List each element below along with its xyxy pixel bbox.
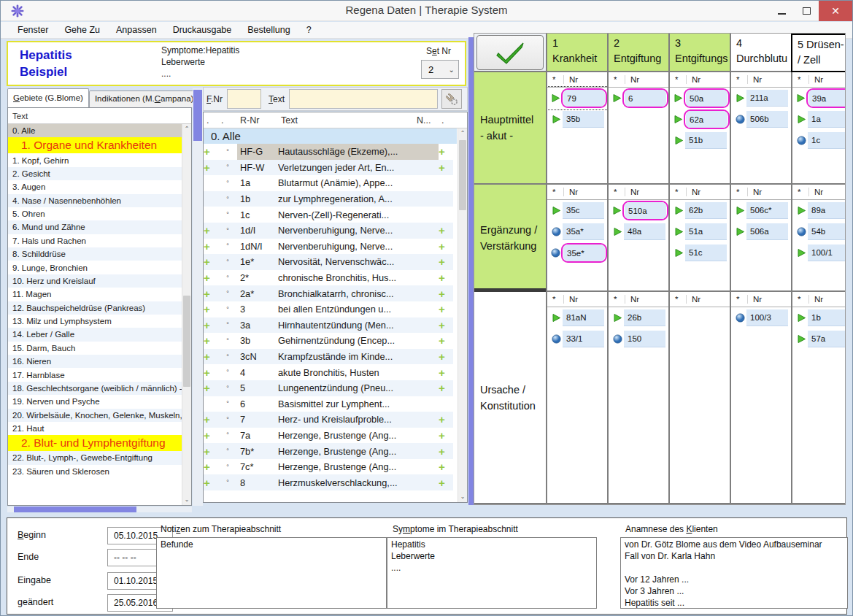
scrollbar-thumb[interactable] bbox=[183, 296, 190, 387]
scroll-up-icon[interactable]: ⌃ bbox=[458, 128, 467, 139]
grid-cell[interactable]: *Nr26b150 bbox=[607, 292, 668, 504]
list-item[interactable]: 20. Wirbelsäule, Knochen, Gelenke, Muske… bbox=[8, 409, 182, 422]
add-icon[interactable]: + bbox=[439, 320, 445, 331]
grid-cell[interactable]: *Nr62b51a51c bbox=[668, 185, 730, 292]
add-icon[interactable]: + bbox=[439, 446, 445, 457]
tab-gebiete[interactable]: Gebiete (G.Blome) bbox=[7, 88, 89, 107]
add-icon[interactable]: + bbox=[439, 241, 445, 252]
add-icon[interactable]: + bbox=[204, 477, 210, 488]
scrollbar-thumb[interactable] bbox=[14, 507, 136, 512]
text-filter-input[interactable] bbox=[289, 89, 438, 109]
scroll-up-icon[interactable]: ⌃ bbox=[182, 124, 191, 134]
remedy-scrollbar[interactable]: ⌃ ⌄ bbox=[458, 128, 467, 502]
symptoms-textarea[interactable]: Hepatitis Leberwerte .... bbox=[387, 537, 597, 609]
tab-indikationen[interactable]: Indikationen (M.Campana) bbox=[89, 91, 200, 107]
list-item[interactable]: 13. Milz und Lymphsystem bbox=[8, 315, 182, 328]
table-row[interactable]: +°2*chronische Bronchitis, Hus...+ bbox=[204, 270, 457, 286]
list-item[interactable]: 15. Darm, Bauch bbox=[8, 342, 182, 355]
areas-hscrollbar[interactable] bbox=[7, 507, 192, 512]
remedy-entry[interactable]: 50a bbox=[670, 88, 730, 109]
remedy-entry[interactable]: 51b bbox=[670, 130, 730, 151]
remedy-entry[interactable]: 39a bbox=[792, 88, 846, 109]
add-icon[interactable]: + bbox=[439, 351, 445, 362]
list-item[interactable]: 2. Gesicht bbox=[8, 167, 182, 180]
list-item[interactable]: 22. Blut-, Lymph-, Gewebe-Entgiftung bbox=[8, 451, 182, 464]
remedy-entry[interactable]: 1b bbox=[792, 307, 846, 328]
add-icon[interactable]: + bbox=[439, 162, 445, 173]
list-item[interactable]: 12. Bauchspeicheldrüse (Pankreas) bbox=[8, 301, 182, 315]
table-row[interactable]: °1bzur Lymphregeneration, A... bbox=[204, 191, 457, 207]
scroll-down-icon[interactable]: ⌄ bbox=[182, 495, 191, 505]
add-icon[interactable]: + bbox=[204, 414, 210, 425]
remedy-entry[interactable]: 506c* bbox=[731, 200, 791, 221]
menu-item-fenster[interactable]: Fenster bbox=[9, 23, 56, 37]
remedy-entry[interactable]: 510a bbox=[609, 200, 668, 221]
panel-splitter[interactable] bbox=[193, 88, 203, 506]
menu-item-anpassen[interactable]: Anpassen bbox=[108, 23, 165, 37]
remedy-entry[interactable]: 51c bbox=[670, 242, 730, 263]
remedy-entry[interactable]: 6 bbox=[609, 88, 668, 109]
remedy-entry[interactable]: 100/1 bbox=[792, 242, 846, 263]
anamnesis-textarea[interactable]: von Dr. Götz Blome aus dem Video Aufbaus… bbox=[620, 537, 848, 609]
add-icon[interactable]: + bbox=[204, 430, 210, 441]
add-icon[interactable]: + bbox=[439, 461, 445, 472]
add-icon[interactable]: + bbox=[204, 272, 210, 283]
remedy-entry[interactable]: 1a bbox=[792, 109, 846, 130]
list-item[interactable]: 18. Geschlechtsorgane (weiblich / männli… bbox=[8, 382, 182, 395]
grid-cell[interactable]: *Nr35c35a*35e* bbox=[546, 185, 607, 292]
add-icon[interactable]: + bbox=[204, 382, 210, 393]
add-icon[interactable]: + bbox=[439, 146, 445, 157]
add-icon[interactable]: + bbox=[439, 382, 445, 393]
table-row[interactable]: +°7Herz- und Kreislaufproble...+ bbox=[204, 412, 457, 428]
table-row[interactable]: +°7b*Herzenge, Brustenge (Ang...+ bbox=[204, 443, 457, 459]
add-icon[interactable]: + bbox=[439, 256, 445, 267]
list-item[interactable]: 6. Mund und Zähne bbox=[8, 220, 182, 234]
remedy-entry[interactable]: 79 bbox=[547, 88, 607, 109]
table-row[interactable]: +°1dN/INervenberuhigung, Nerve...+ bbox=[204, 239, 457, 255]
add-icon[interactable]: + bbox=[439, 225, 445, 236]
add-icon[interactable]: + bbox=[439, 272, 445, 283]
grid-splitter[interactable] bbox=[468, 37, 474, 505]
add-icon[interactable]: + bbox=[204, 288, 210, 299]
remedy-entry[interactable]: 35a* bbox=[547, 221, 607, 242]
add-icon[interactable]: + bbox=[204, 241, 210, 252]
grid-cell[interactable]: *Nr1b57a bbox=[791, 292, 846, 504]
add-icon[interactable]: + bbox=[204, 304, 210, 315]
list-section-header[interactable]: 2. Blut- und Lymphentgiftung bbox=[8, 435, 182, 451]
remedy-entry[interactable]: 1c bbox=[792, 130, 846, 151]
remedy-entry[interactable]: 100/3 bbox=[731, 307, 791, 328]
remedy-entry[interactable]: 33/1 bbox=[547, 328, 607, 350]
table-row[interactable]: +°4akute Bronchitis, Husten+ bbox=[204, 364, 457, 380]
grid-cell[interactable]: *Nr81aN33/1 bbox=[546, 292, 607, 504]
add-icon[interactable]: + bbox=[439, 477, 445, 488]
grid-cell[interactable]: *Nr100/3 bbox=[730, 292, 791, 504]
list-item[interactable]: 1. Kopf, Gehirn bbox=[8, 153, 182, 166]
table-row[interactable]: °6Basismittel zur Lymphent... bbox=[204, 396, 457, 412]
remedy-entry[interactable]: 35c bbox=[547, 200, 607, 221]
table-row[interactable]: +°1d/INervenberuhigung, Nerve...+ bbox=[204, 223, 457, 239]
list-item[interactable]: 9. Lunge, Bronchien bbox=[8, 261, 182, 274]
grid-cell[interactable]: *Nr89a54b100/1 bbox=[791, 185, 846, 292]
remedy-entry[interactable]: 506a bbox=[731, 221, 791, 242]
table-row[interactable]: +°7c*Herzenge, Brustenge (Ang...+ bbox=[204, 459, 457, 475]
list-section-header[interactable]: 1. Organe und Krankheiten bbox=[8, 137, 182, 153]
add-icon[interactable]: + bbox=[204, 335, 210, 346]
remedy-entry[interactable]: 62a bbox=[670, 109, 730, 130]
remedy-entry[interactable]: 35e* bbox=[547, 242, 607, 263]
remedy-entry[interactable]: 57a bbox=[792, 328, 846, 350]
grid-cell[interactable]: *Nr50a62a51b bbox=[668, 72, 730, 185]
add-icon[interactable]: + bbox=[439, 414, 445, 425]
grid-cell[interactable]: *Nr6 bbox=[607, 72, 668, 185]
minimize-button[interactable] bbox=[769, 1, 794, 21]
maximize-button[interactable] bbox=[794, 1, 819, 21]
remedy-entry[interactable]: 62b bbox=[670, 200, 730, 221]
table-row[interactable]: +°7aHerzenge, Brustenge (Ang...+ bbox=[204, 428, 457, 444]
table-row[interactable]: +°3aHirnhautentzündung (Men...+ bbox=[204, 317, 457, 334]
filter-settings-button[interactable] bbox=[441, 89, 462, 109]
table-row[interactable]: +°HF-WVerletzungen jeder Art, En...+ bbox=[204, 160, 457, 176]
list-item[interactable]: 4. Nase / Nasennebenhöhlen bbox=[8, 194, 182, 207]
confirm-button[interactable] bbox=[476, 35, 544, 70]
add-icon[interactable]: + bbox=[439, 304, 445, 315]
splitter-thumb[interactable] bbox=[193, 90, 202, 141]
add-icon[interactable]: + bbox=[439, 288, 445, 299]
